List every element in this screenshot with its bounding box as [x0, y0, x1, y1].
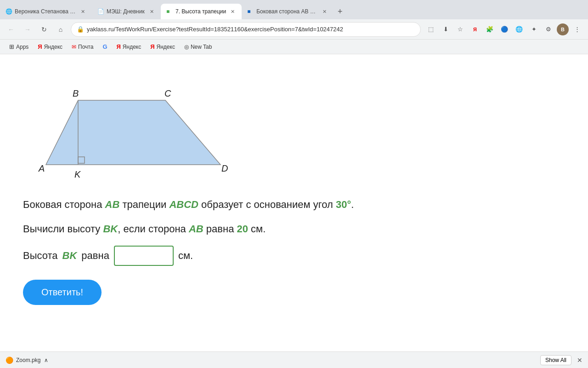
- svg-text:B: B: [73, 88, 79, 98]
- extension1-icon[interactable]: 🧩: [483, 23, 496, 36]
- answer-input[interactable]: [114, 246, 174, 266]
- close-download-button[interactable]: ✕: [577, 356, 582, 364]
- download-filename: Zoom.pkg: [16, 357, 40, 363]
- answer-unit: см.: [178, 250, 193, 262]
- tab-bar: 🌐 Вероника Степанова - Сборн... ✕ 📄 МЭШ:…: [0, 0, 588, 19]
- line1-math2: ABCD: [169, 199, 198, 210]
- tab-3-icon: ■: [166, 8, 173, 15]
- tab-2-icon: 📄: [97, 8, 104, 15]
- line1-prefix: Боковая сторона: [23, 199, 105, 210]
- tab-4-title: Боковая сторона АВ трапеци...: [256, 8, 318, 15]
- content-area: A B C D K Боковая сторона AB трапеции AB…: [0, 54, 588, 351]
- status-bar: 🟠 Zoom.pkg ∧ Show All ✕: [0, 351, 588, 368]
- apps-grid-icon: ⊞: [9, 43, 14, 50]
- answer-prefix: Высота: [23, 250, 58, 262]
- line1-end: .: [351, 199, 354, 210]
- profile-avatar[interactable]: В: [557, 23, 569, 35]
- yandex-1-label: Яндекс: [44, 44, 62, 50]
- yandex-2-icon: Я: [117, 43, 121, 50]
- svg-text:D: D: [221, 163, 228, 173]
- trapezoid-svg: A B C D K: [23, 73, 234, 183]
- tab-1[interactable]: 🌐 Вероника Степанова - Сборн... ✕: [0, 4, 92, 19]
- bookmark-new-tab[interactable]: ◎ New Tab: [181, 42, 215, 52]
- line2-suffix: равна: [204, 223, 237, 235]
- yandex-3-icon: Я: [150, 43, 154, 50]
- svg-marker-0: [46, 100, 220, 165]
- bookmark-google[interactable]: G: [99, 42, 111, 52]
- tab-1-title: Вероника Степанова - Сборн...: [15, 8, 76, 15]
- svg-text:K: K: [74, 169, 81, 179]
- tab-1-icon: 🌐: [6, 8, 12, 15]
- tab-4-icon: ■: [247, 8, 254, 15]
- home-button[interactable]: ⌂: [54, 23, 67, 36]
- download-item: 🟠 Zoom.pkg ∧: [6, 356, 48, 364]
- svg-text:A: A: [38, 163, 45, 173]
- line2-mid: , если сторона: [118, 223, 189, 235]
- yaklass-icon[interactable]: Я: [469, 23, 481, 36]
- problem-line-1: Боковая сторона AB трапеции ABCD образуе…: [23, 197, 565, 212]
- bookmark-star-icon[interactable]: ☆: [454, 23, 467, 36]
- url-text: yaklass.ru/TestWorkRun/Exercise?testResu…: [87, 26, 415, 33]
- address-bar[interactable]: 🔒 yaklass.ru/TestWorkRun/Exercise?testRe…: [71, 22, 421, 37]
- submit-button[interactable]: Ответить!: [23, 280, 102, 305]
- tab-2-title: МЭШ: Дневник: [107, 8, 145, 15]
- lock-icon: 🔒: [77, 26, 84, 33]
- line2-math1: BK: [103, 223, 118, 235]
- download-icon[interactable]: ⬇: [439, 23, 452, 36]
- answer-mid: равна: [81, 250, 109, 262]
- bookmark-yandex-3[interactable]: Я Яндекс: [147, 42, 179, 52]
- google-icon: G: [102, 43, 107, 50]
- tab-2[interactable]: 📄 МЭШ: Дневник ✕: [92, 4, 161, 19]
- screenshot-icon[interactable]: ⬚: [424, 23, 437, 36]
- line1-mid: трапеции: [119, 199, 169, 210]
- yandex-1-icon: Я: [38, 43, 42, 50]
- menu-icon[interactable]: ⋮: [571, 23, 583, 36]
- forward-button[interactable]: →: [21, 23, 34, 36]
- show-all-button[interactable]: Show All: [540, 355, 571, 365]
- tab-3-close[interactable]: ✕: [229, 8, 236, 15]
- svg-text:C: C: [164, 88, 171, 98]
- problem-line-2: Вычисли высоту BK, если сторона AB равна…: [23, 221, 565, 236]
- toolbar-icons: ⬚ ⬇ ☆ Я 🧩 🔵 🌐 ✦ ⚙ В ⋮: [424, 23, 583, 36]
- line2-unit: см.: [248, 223, 266, 235]
- line2-num: 20: [237, 223, 248, 235]
- download-file-icon: 🟠: [6, 356, 13, 364]
- tab-3[interactable]: ■ 7. Высота трапеции ✕: [161, 4, 242, 19]
- extension2-icon[interactable]: 🔵: [498, 23, 511, 36]
- mail-label: Почта: [78, 44, 93, 50]
- answer-row: Высота BK равна см.: [23, 246, 565, 266]
- line1-num: 30°: [336, 199, 351, 210]
- bookmark-yandex-1[interactable]: Я Яндекс: [34, 42, 66, 52]
- extension3-icon[interactable]: 🌐: [513, 23, 526, 36]
- tab-4-close[interactable]: ✕: [321, 8, 328, 15]
- line2-math2: AB: [189, 223, 204, 235]
- line1-suffix: образует с основанием угол: [198, 199, 336, 210]
- trapezoid-figure: A B C D K: [23, 73, 565, 183]
- tab-2-close[interactable]: ✕: [148, 8, 155, 15]
- answer-math: BK: [62, 250, 77, 262]
- new-tab-bm-label: New Tab: [191, 44, 212, 50]
- tab-4[interactable]: ■ Боковая сторона АВ трапеци... ✕: [242, 4, 334, 19]
- address-bar-row: ← → ↻ ⌂ 🔒 yaklass.ru/TestWorkRun/Exercis…: [0, 19, 588, 40]
- bookmark-mail[interactable]: ✉ Почта: [68, 42, 97, 52]
- yandex-3-label: Яндекс: [157, 44, 175, 50]
- bookmark-yandex-2[interactable]: Я Яндекс: [113, 42, 145, 52]
- tab-1-close[interactable]: ✕: [79, 8, 86, 15]
- apps-label: Apps: [16, 44, 28, 50]
- line1-math1: AB: [105, 199, 120, 210]
- new-tab-button[interactable]: +: [334, 5, 346, 18]
- extension4-icon[interactable]: ✦: [527, 23, 540, 36]
- bookmarks-bar: ⊞ Apps Я Яндекс ✉ Почта G Я Яндекс Я Янд…: [0, 40, 588, 54]
- extension5-icon[interactable]: ⚙: [542, 23, 555, 36]
- tab-3-title: 7. Высота трапеции: [175, 8, 226, 15]
- new-tab-bm-icon: ◎: [184, 44, 189, 50]
- line2-prefix: Вычисли высоту: [23, 223, 103, 235]
- bookmark-apps[interactable]: ⊞ Apps: [6, 42, 32, 52]
- browser-frame: 🌐 Вероника Степанова - Сборн... ✕ 📄 МЭШ:…: [0, 0, 588, 368]
- back-button[interactable]: ←: [5, 23, 17, 36]
- download-chevron-icon[interactable]: ∧: [44, 357, 48, 363]
- reload-button[interactable]: ↻: [38, 23, 51, 36]
- yandex-2-label: Яндекс: [123, 44, 141, 50]
- mail-icon: ✉: [72, 44, 76, 50]
